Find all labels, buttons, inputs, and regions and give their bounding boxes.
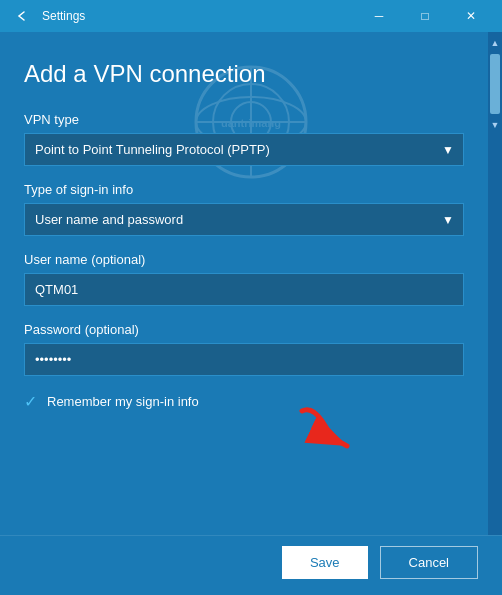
password-label: Password (optional) [24, 322, 464, 337]
scroll-down-button[interactable]: ▼ [488, 116, 502, 134]
save-button[interactable]: Save [282, 546, 368, 579]
titlebar: Settings ─ □ ✕ [0, 0, 502, 32]
bottom-bar: Save Cancel [0, 535, 502, 595]
minimize-button[interactable]: ─ [356, 0, 402, 32]
sign-in-group: Type of sign-in info User name and passw… [24, 182, 464, 236]
window-title: Settings [42, 9, 356, 23]
vpn-type-dropdown-wrapper: AutomaticPoint to Point Tunneling Protoc… [24, 133, 464, 166]
vpn-type-group: VPN type AutomaticPoint to Point Tunneli… [24, 112, 464, 166]
vpn-type-dropdown[interactable]: AutomaticPoint to Point Tunneling Protoc… [24, 133, 464, 166]
scroll-thumb[interactable] [490, 54, 500, 114]
username-input[interactable] [24, 273, 464, 306]
username-label: User name (optional) [24, 252, 464, 267]
vpn-type-label: VPN type [24, 112, 464, 127]
cancel-button[interactable]: Cancel [380, 546, 478, 579]
scroll-up-button[interactable]: ▲ [488, 34, 502, 52]
maximize-button[interactable]: □ [402, 0, 448, 32]
username-group: User name (optional) [24, 252, 464, 306]
sign-in-dropdown-wrapper: User name and passwordSmart cardOne-time… [24, 203, 464, 236]
password-group: Password (optional) [24, 322, 464, 376]
window-controls: ─ □ ✕ [356, 0, 494, 32]
sign-in-label: Type of sign-in info [24, 182, 464, 197]
remember-label: Remember my sign-in info [47, 394, 199, 409]
back-button[interactable] [8, 2, 36, 30]
scrollbar[interactable]: ▲ ▼ [488, 32, 502, 535]
sign-in-dropdown[interactable]: User name and passwordSmart cardOne-time… [24, 203, 464, 236]
form-content: Add a VPN connection VPN type AutomaticP… [0, 32, 488, 535]
remember-checkbox-row[interactable]: ✓ Remember my sign-in info [24, 392, 464, 411]
page-title: Add a VPN connection [24, 60, 464, 88]
password-input[interactable] [24, 343, 464, 376]
main-area: uantrimang Add a VPN connection VPN type… [0, 32, 502, 535]
close-button[interactable]: ✕ [448, 0, 494, 32]
checkmark-icon: ✓ [24, 392, 37, 411]
